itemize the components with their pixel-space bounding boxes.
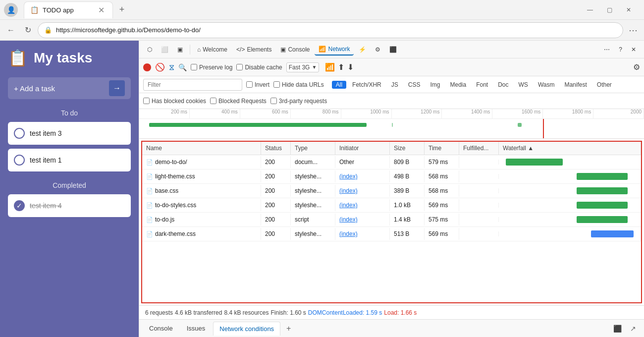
browser-window: 👤 📋 TODO app ✕ + — ▢ ✕ ← ↻ 🔒 https://mic… xyxy=(0,0,644,337)
throttle-select[interactable]: Fast 3G ▼ xyxy=(286,62,320,72)
cell-type: docum... xyxy=(291,156,335,168)
waterfall-bar xyxy=(577,187,628,194)
timeline-bars xyxy=(139,119,644,139)
download-icon[interactable]: ⬇ xyxy=(347,62,354,72)
tab-settings-gear[interactable]: ⚙ xyxy=(371,44,384,55)
col-type[interactable]: Type xyxy=(291,142,335,155)
add-tab-button[interactable]: + xyxy=(282,322,295,335)
tab-welcome[interactable]: ⌂ Welcome xyxy=(193,44,231,55)
back-button[interactable]: ← xyxy=(4,23,18,37)
initiator-link[interactable]: (index) xyxy=(339,202,358,209)
refresh-button[interactable]: ↻ xyxy=(21,23,35,37)
search-button[interactable]: 🔍 xyxy=(178,63,187,71)
minimize-button[interactable]: — xyxy=(582,4,598,15)
third-party-checkbox[interactable]: 3rd-party requests xyxy=(270,98,327,105)
cell-waterfall xyxy=(499,184,641,198)
url-bar[interactable]: 🔒 https://microsoftedge.github.io/Demos/… xyxy=(38,22,623,38)
task-checkbox[interactable] xyxy=(14,128,25,139)
table-row[interactable]: 📄light-theme.css 200 styleshe... (index)… xyxy=(142,169,641,184)
tick-400ms: 400 ms xyxy=(190,109,240,118)
clear-button[interactable]: 🚫 xyxy=(155,62,165,72)
dock-icon[interactable]: ⬛ xyxy=(610,322,624,336)
table-row[interactable]: 📄to-do-styles.css 200 styleshe... (index… xyxy=(142,198,641,213)
tab-network[interactable]: 📶 Network xyxy=(315,44,354,56)
filter-tag-css[interactable]: CSS xyxy=(404,81,425,89)
table-row[interactable]: 📄to-do.js 200 script (index) 1.4 kB 575 … xyxy=(142,213,641,227)
devtools-close-button[interactable]: ✕ xyxy=(627,44,640,55)
filter-input[interactable] xyxy=(143,79,242,91)
task-checkbox-checked[interactable]: ✓ xyxy=(14,200,25,211)
filter-tag-other[interactable]: Other xyxy=(593,81,616,89)
tab-close-button[interactable]: ✕ xyxy=(96,4,107,16)
task-item[interactable]: test item 1 xyxy=(8,149,131,171)
wifi-icon[interactable]: 📶 xyxy=(325,62,335,72)
devtools-device-btn[interactable]: ⬜ xyxy=(157,44,172,55)
filter-tag-manifest[interactable]: Manifest xyxy=(560,81,590,89)
upload-icon[interactable]: ⬆ xyxy=(338,62,344,72)
file-icon: 📄 xyxy=(146,202,153,209)
filter-tag-ws[interactable]: WS xyxy=(515,81,532,89)
blocked-cookies-checkbox[interactable]: Has blocked cookies xyxy=(143,98,206,105)
new-tab-button[interactable]: + xyxy=(115,3,129,17)
col-name[interactable]: Name xyxy=(142,142,261,155)
col-fulfilled[interactable]: Fulfilled... xyxy=(459,142,499,155)
col-initiator[interactable]: Initiator xyxy=(335,142,390,155)
profile-icon[interactable]: 👤 xyxy=(4,3,18,17)
col-size[interactable]: Size xyxy=(390,142,425,155)
add-task-button[interactable]: + Add a task → xyxy=(8,77,131,99)
record-button[interactable] xyxy=(143,63,151,71)
filter-tag-img[interactable]: Img xyxy=(426,81,444,89)
task-item-completed[interactable]: ✓ test item 4 xyxy=(8,194,131,217)
inspect-icon: ⬡ xyxy=(147,46,152,53)
tab-console[interactable]: ▣ Console xyxy=(276,44,314,55)
todo-icon: 📋 xyxy=(8,49,28,67)
col-status[interactable]: Status xyxy=(261,142,291,155)
blocked-requests-checkbox[interactable]: Blocked Requests xyxy=(210,98,267,105)
initiator-link[interactable]: (index) xyxy=(339,230,358,237)
undock-icon[interactable]: ↗ xyxy=(626,322,640,336)
hide-data-urls-checkbox[interactable]: Hide data URLs xyxy=(273,81,324,88)
initiator-link[interactable]: (index) xyxy=(339,187,358,194)
active-tab[interactable]: 📋 TODO app ✕ xyxy=(24,1,113,18)
invert-checkbox[interactable]: Invert xyxy=(246,81,269,88)
more-button[interactable]: ⋯ xyxy=(626,23,640,37)
network-settings-button[interactable]: ⚙ xyxy=(633,62,640,72)
initiator-link[interactable]: (index) xyxy=(339,173,358,180)
filter-tag-media[interactable]: Media xyxy=(446,81,470,89)
filter-tag-wasm[interactable]: Wasm xyxy=(534,81,559,89)
cell-waterfall xyxy=(499,213,641,226)
bottom-tab-issues[interactable]: Issues xyxy=(181,322,212,335)
tab-performance-insights[interactable]: ⚡ xyxy=(355,44,370,55)
tab-bar: 📋 TODO app ✕ + xyxy=(24,1,578,18)
filter-tag-fetchxhr[interactable]: Fetch/XHR xyxy=(348,81,385,89)
devtools-help-button[interactable]: ? xyxy=(615,44,626,55)
disable-cache-checkbox[interactable]: Disable cache xyxy=(236,64,282,71)
filter-tag-font[interactable]: Font xyxy=(472,81,492,89)
filter-tag-doc[interactable]: Doc xyxy=(494,81,512,89)
tab-elements[interactable]: </> Elements xyxy=(232,44,275,55)
close-button[interactable]: ✕ xyxy=(621,4,636,15)
table-row[interactable]: 📄dark-theme.css 200 styleshe... (index) … xyxy=(142,227,641,241)
filter-tag-js[interactable]: JS xyxy=(387,81,402,89)
col-time[interactable]: Time xyxy=(425,142,459,155)
devtools-inspect-btn[interactable]: ⬡ xyxy=(143,44,156,55)
maximize-button[interactable]: ▢ xyxy=(602,4,617,15)
preserve-log-checkbox[interactable]: Preserve log xyxy=(191,64,232,71)
table-row[interactable]: 📄demo-to-do/ 200 docum... Other 809 B 57… xyxy=(142,155,641,169)
devtools-more-button[interactable]: ⋯ xyxy=(600,44,614,55)
task-item[interactable]: test item 3 xyxy=(8,122,131,145)
cell-time: 579 ms xyxy=(425,156,459,168)
initiator-link[interactable]: (index) xyxy=(339,216,358,223)
tab-favicon: 📋 xyxy=(30,6,39,14)
url-text: https://microsoftedge.github.io/Demos/de… xyxy=(56,26,617,34)
file-icon: 📄 xyxy=(146,173,153,180)
filter-tag-all[interactable]: All xyxy=(332,81,346,89)
col-waterfall[interactable]: Waterfall xyxy=(499,142,641,155)
bottom-tab-console[interactable]: Console xyxy=(143,322,179,335)
devtools-layers-btn[interactable]: ▣ xyxy=(173,44,187,55)
task-checkbox[interactable] xyxy=(14,155,25,166)
tab-screen[interactable]: ⬛ xyxy=(385,44,401,55)
bottom-tab-network-conditions[interactable]: Network conditions xyxy=(213,322,280,336)
table-row[interactable]: 📄base.css 200 styleshe... (index) 389 B … xyxy=(142,184,641,198)
filter-toggle-button[interactable]: ⧖ xyxy=(169,63,174,72)
